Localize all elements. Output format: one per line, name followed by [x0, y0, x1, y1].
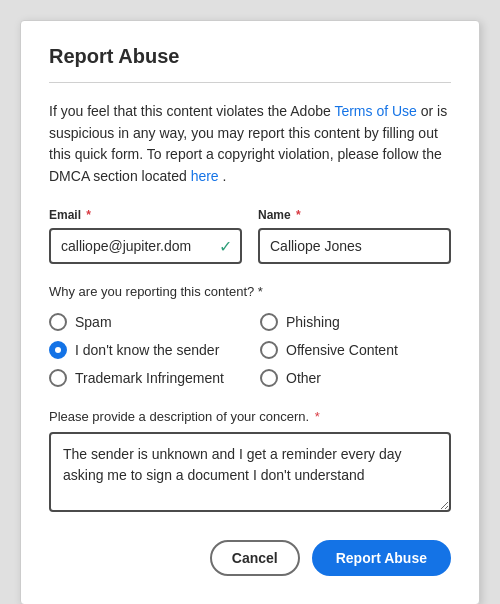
- radio-option-trademark[interactable]: Trademark Infringement: [49, 369, 240, 387]
- radio-spam-label: Spam: [75, 314, 112, 330]
- email-input[interactable]: [49, 228, 242, 264]
- radio-offensive-label: Offensive Content: [286, 342, 398, 358]
- fields-row: Email * ✓ Name *: [49, 208, 451, 264]
- email-required-star: *: [83, 208, 91, 222]
- radio-option-sender[interactable]: I don't know the sender: [49, 341, 240, 359]
- concern-textarea[interactable]: The sender is unknown and I get a remind…: [49, 432, 451, 512]
- email-label: Email *: [49, 208, 242, 222]
- modal-title: Report Abuse: [49, 45, 451, 68]
- divider: [49, 82, 451, 83]
- description-part3: .: [223, 168, 227, 184]
- cancel-button[interactable]: Cancel: [210, 540, 300, 576]
- email-field-group: Email * ✓: [49, 208, 242, 264]
- report-abuse-modal: Report Abuse If you feel that this conte…: [20, 20, 480, 604]
- here-link[interactable]: here: [191, 168, 219, 184]
- concern-required-star: *: [311, 409, 320, 424]
- name-input[interactable]: [258, 228, 451, 264]
- email-valid-icon: ✓: [219, 236, 232, 255]
- radio-phishing[interactable]: [260, 313, 278, 331]
- email-input-wrapper: ✓: [49, 228, 242, 264]
- report-abuse-button[interactable]: Report Abuse: [312, 540, 451, 576]
- radio-options-grid: Spam Phishing I don't know the sender Of…: [49, 313, 451, 387]
- radio-trademark[interactable]: [49, 369, 67, 387]
- name-required-star: *: [293, 208, 301, 222]
- name-label: Name *: [258, 208, 451, 222]
- description-text: If you feel that this content violates t…: [49, 101, 451, 188]
- concern-label: Please provide a description of your con…: [49, 409, 451, 424]
- radio-other-label: Other: [286, 370, 321, 386]
- radio-phishing-label: Phishing: [286, 314, 340, 330]
- radio-sender[interactable]: [49, 341, 67, 359]
- radio-option-offensive[interactable]: Offensive Content: [260, 341, 451, 359]
- radio-option-other[interactable]: Other: [260, 369, 451, 387]
- radio-sender-label: I don't know the sender: [75, 342, 219, 358]
- radio-offensive[interactable]: [260, 341, 278, 359]
- radio-question-label: Why are you reporting this content? *: [49, 284, 451, 299]
- radio-option-spam[interactable]: Spam: [49, 313, 240, 331]
- name-field-group: Name *: [258, 208, 451, 264]
- radio-required-star: *: [254, 284, 263, 299]
- radio-trademark-label: Trademark Infringement: [75, 370, 224, 386]
- terms-of-use-link[interactable]: Terms of Use: [334, 103, 416, 119]
- actions-row: Cancel Report Abuse: [49, 540, 451, 576]
- description-part1: If you feel that this content violates t…: [49, 103, 334, 119]
- radio-option-phishing[interactable]: Phishing: [260, 313, 451, 331]
- radio-spam[interactable]: [49, 313, 67, 331]
- radio-other[interactable]: [260, 369, 278, 387]
